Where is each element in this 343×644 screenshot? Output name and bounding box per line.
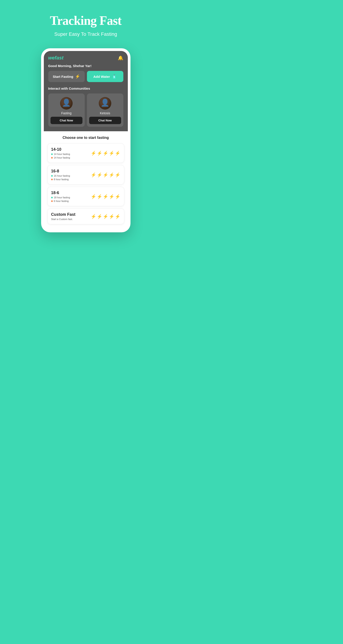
option-16-8-detail2: 8 hour fasting [51, 178, 70, 181]
fasting-avatar [60, 97, 73, 110]
lightning-icon: ⚡ [75, 74, 80, 79]
app-logo: wefast [48, 55, 63, 61]
option-16-8[interactable]: 16-8 16 hour fasting 8 hour fasting ⚡ ⚡ … [47, 165, 124, 184]
communities-title: Interact with Communities [48, 86, 123, 90]
green-dot [51, 197, 53, 198]
bolt1: ⚡ [91, 150, 96, 156]
page-title: Tracking Fast [50, 14, 121, 28]
fasting-chat-button[interactable]: Chat Now [50, 117, 82, 124]
option-18-6-detail2: 6 hour fasting [51, 200, 70, 202]
phone-screen: wefast 🔔 Good Morning, Shehar Yar! Start… [44, 51, 128, 230]
bolt4: ⚡ [109, 194, 114, 199]
bolt5: ⚡ [115, 150, 120, 156]
option-14-10-bolts: ⚡ ⚡ ⚡ ⚡ ⚡ [91, 150, 120, 156]
fasting-options-section: Choose one to start fasting 14-10 14 hou… [44, 131, 128, 230]
custom-fast-detail: Start a Custom fast. [51, 218, 75, 220]
bolt4: ⚡ [109, 172, 114, 178]
bolt3: ⚡ [103, 150, 108, 156]
add-water-button[interactable]: Add Water 🧴 [87, 71, 123, 82]
community-card-fasting: Fasting Chat Now [48, 94, 85, 127]
action-buttons: Start Fasting ⚡ Add Water 🧴 [48, 71, 123, 82]
add-water-label: Add Water [93, 75, 110, 78]
option-16-8-info: 16-8 16 hour fasting 8 hour fasting [51, 169, 70, 181]
bolt1: ⚡ [91, 172, 96, 178]
custom-fast-bolts: ⚡ ⚡ ⚡ ⚡ ⚡ [91, 214, 120, 219]
bolt5: ⚡ [115, 194, 120, 199]
option-16-8-name: 16-8 [51, 169, 70, 174]
fasting-community-name: Fasting [61, 111, 71, 115]
bolt5: ⚡ [115, 172, 120, 178]
community-card-ketosis: Ketosis Chat Now [87, 94, 123, 127]
bolt1: ⚡ [91, 214, 96, 219]
option-14-10[interactable]: 14-10 14 hour fasting 14 hour fasting ⚡ … [47, 143, 124, 163]
start-fasting-label: Start Fasting [53, 75, 73, 78]
communities-grid: Fasting Chat Now Ketosis Chat Now [48, 94, 123, 127]
bolt3: ⚡ [103, 194, 108, 199]
start-fasting-button[interactable]: Start Fasting ⚡ [48, 71, 85, 82]
option-custom-fast[interactable]: Custom Fast Start a Custom fast. ⚡ ⚡ ⚡ ⚡… [47, 208, 124, 224]
green-dot [51, 175, 53, 177]
option-14-10-detail2: 14 hour fasting [51, 156, 70, 159]
option-18-6-detail1: 18 hour fasting [51, 196, 70, 199]
orange-dot [51, 179, 53, 180]
option-18-6-name: 18-6 [51, 190, 70, 195]
water-icon: 🧴 [112, 74, 117, 79]
option-16-8-bolts: ⚡ ⚡ ⚡ ⚡ ⚡ [91, 172, 120, 178]
green-dot [51, 154, 53, 155]
ketosis-community-name: Ketosis [100, 111, 110, 115]
option-14-10-info: 14-10 14 hour fasting 14 hour fasting [51, 147, 70, 159]
option-14-10-name: 14-10 [51, 147, 70, 152]
custom-fast-info: Custom Fast Start a Custom fast. [51, 212, 75, 220]
option-16-8-detail1: 16 hour fasting [51, 174, 70, 177]
bolt2: ⚡ [97, 150, 102, 156]
app-top-section: wefast 🔔 Good Morning, Shehar Yar! Start… [44, 51, 128, 131]
bolt4: ⚡ [109, 214, 114, 219]
bolt5: ⚡ [115, 214, 120, 219]
option-18-6-bolts: ⚡ ⚡ ⚡ ⚡ ⚡ [91, 194, 120, 199]
option-18-6[interactable]: 18-6 18 hour fasting 6 hour fasting ⚡ ⚡ … [47, 187, 124, 206]
ketosis-chat-button[interactable]: Chat Now [89, 117, 121, 124]
bolt4: ⚡ [109, 150, 114, 156]
page-subtitle: Super Easy To Track Fasting [54, 31, 117, 37]
choose-title: Choose one to start fasting [47, 136, 124, 140]
bolt3: ⚡ [103, 214, 108, 219]
notification-icon[interactable]: 🔔 [118, 55, 123, 60]
phone-frame: wefast 🔔 Good Morning, Shehar Yar! Start… [41, 48, 130, 232]
greeting-text: Good Morning, Shehar Yar! [48, 64, 123, 68]
option-14-10-detail1: 14 hour fasting [51, 153, 70, 156]
custom-fast-name: Custom Fast [51, 212, 75, 217]
bolt2: ⚡ [97, 214, 102, 219]
app-header: wefast 🔔 [48, 55, 123, 61]
bolt3: ⚡ [103, 172, 108, 178]
orange-dot [51, 157, 53, 158]
bolt2: ⚡ [97, 194, 102, 199]
bolt2: ⚡ [97, 172, 102, 178]
ketosis-avatar [99, 97, 111, 110]
orange-dot [51, 200, 53, 202]
option-18-6-info: 18-6 18 hour fasting 6 hour fasting [51, 190, 70, 202]
bolt1: ⚡ [91, 194, 96, 199]
